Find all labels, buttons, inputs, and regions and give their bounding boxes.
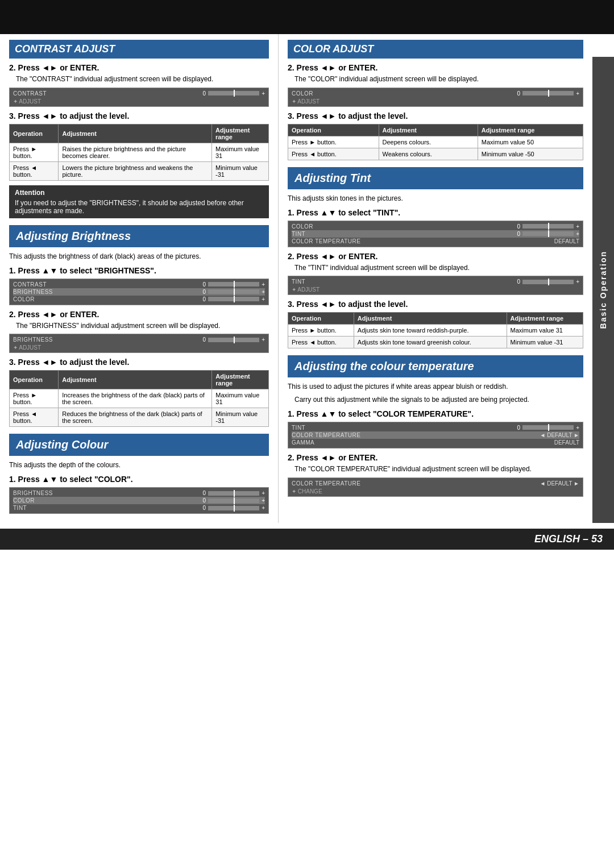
screen-row-contrast: CONTRAST 0 + [13,281,265,288]
brightness-single-screen: BRIGHTNESS 0 + ✦ ADJUST [9,334,269,353]
brightness-step3-heading: 3. Press ◄► to adjust the level. [9,358,269,367]
screen-row-gamma: GAMMA DEFAULT [292,439,579,446]
tint-step1-heading: 1. Press ▲▼ to select "TINT". [288,208,583,217]
table-row: Press ► button. Adjusts skin tone toward… [288,325,583,337]
contrast-step3-heading: 3. Press ◄► to adjust the level. [9,111,269,121]
right-column: COLOR ADJUST 2. Press ◄► or ENTER. The "… [279,34,592,523]
colour-desc: This adjusts the depth of the colours. [9,460,269,470]
attention-box: Attention If you need to adjust the "BRI… [9,185,269,218]
tint-step3-heading: 3. Press ◄► to adjust the level. [288,300,583,309]
brightness-step1-heading: 1. Press ▲▼ to select "BRIGHTNESS". [9,266,269,275]
screen-row-colortemp: COLOR TEMPERATURE DEFAULT [292,238,579,245]
colortemp-desc2: Carry out this adjustment while the sign… [294,395,583,405]
color-step2-heading: 2. Press ◄► or ENTER. [288,63,583,72]
tint-section-header: Adjusting Tint [288,167,583,189]
table-row: Press ► button. Deepens colours. Maximum… [288,136,583,148]
brightness-select-screen: CONTRAST 0 + BRIGHTNESS 0 + COLOR 0 [9,279,269,305]
tint-desc: This adjusts skin tones in the pictures. [288,194,583,203]
table-row: Press ◄ button. Lowers the picture brigh… [10,161,269,180]
screen-row-tint-highlight: TINT 0 + [292,230,579,238]
colortemp-select-screen: TINT 0 + COLOR TEMPERATURE ◄ DEFAULT ► G… [288,422,583,448]
contrast-screen-label: CONTRAST [13,90,47,97]
screen-row-brightness2: BRIGHTNESS 0 + [13,489,265,497]
tint-step2-heading: 2. Press ◄► or ENTER. [288,252,583,261]
screen-row-color: COLOR 0 + [13,296,265,303]
table-row: Press ◄ button. Weakens colours. Minimum… [288,148,583,160]
side-label-container: Basic Operation [592,57,614,523]
right-wrapper: COLOR ADJUST 2. Press ◄► or ENTER. The "… [279,34,614,523]
side-label-text: Basic Operation [599,251,608,329]
left-column: CONTRAST ADJUST 2. Press ◄► or ENTER. Th… [0,34,279,523]
brightness-step2-bullet: The "BRIGHTNESS" individual adjustment s… [16,321,269,331]
contrast-step2-heading: 2. Press ◄► or ENTER. [9,63,269,72]
brightness-section-header: Adjusting Brightness [9,225,269,247]
brightness-step2-heading: 2. Press ◄► or ENTER. [9,310,269,319]
colortemp-step2-bullet: The "COLOR TEMPERATURE" individual adjus… [294,464,583,474]
tint-step2-bullet: The "TINT" individual adjustment screen … [294,263,583,273]
page-number: ENGLISH – 53 [534,533,603,545]
brightness-table: Operation Adjustment Adjustment range Pr… [9,370,269,427]
screen-row-tint3: TINT 0 + [292,424,579,431]
colortemp-step2-heading: 2. Press ◄► or ENTER. [288,453,583,462]
brightness-adjust-label: ✦ ADJUST [13,344,265,351]
col-adjustment: Adjustment [59,124,211,143]
screen-row-color-highlight: COLOR 0 + [13,497,265,504]
colour-step1-heading: 1. Press ▲▼ to select "COLOR". [9,475,269,484]
screen-row-color2: COLOR 0 + [292,223,579,230]
table-row: Press ► button. Raises the picture brigh… [10,143,269,161]
screen-row-tint2: TINT 0 + [13,504,265,512]
colour-section-header: Adjusting Colour [9,434,269,456]
contrast-table: Operation Adjustment Adjustment range Pr… [9,124,269,181]
table-row: Press ► button. Increases the brightness… [10,389,269,408]
colortemp-step1-heading: 1. Press ▲▼ to select "COLOR TEMPERATURE… [288,409,583,418]
brightness-desc: This adjusts the brightness of dark (bla… [9,252,269,261]
attention-text: If you need to adjust the "BRIGHTNESS", … [15,199,263,215]
tint-table: Operation Adjustment Adjustment range Pr… [288,312,583,348]
table-row: Press ◄ button. Adjusts skin tone toward… [288,337,583,348]
tint-select-screen: COLOR 0 + TINT 0 + COLOR T [288,221,583,247]
tint-single-screen: TINT 0 + ✦ ADJUST [288,276,583,295]
col-operation: Operation [10,124,59,143]
attention-title: Attention [15,189,263,197]
header-bar [0,0,614,34]
color-screen: COLOR 0 + ✦ ADJUST [288,88,583,107]
table-row: Press ◄ button. Reduces the brightness o… [10,408,269,427]
main-content: CONTRAST ADJUST 2. Press ◄► or ENTER. Th… [0,34,614,523]
color-step3-heading: 3. Press ◄► to adjust the level. [288,111,583,121]
colour-select-screen: BRIGHTNESS 0 + COLOR 0 + TINT 0 [9,487,269,514]
colortemp-section-header: Adjusting the colour temperature [288,355,583,377]
screen-row-colortemp-highlight: COLOR TEMPERATURE ◄ DEFAULT ► [292,431,579,439]
col-range: Adjustment range [211,124,268,143]
contrast-adjust-label: ✦ ADJUST [13,98,265,105]
contrast-step2-bullet: The "CONTRAST" individual adjustment scr… [16,74,269,84]
color-step2-bullet: The "COLOR" individual adjustment screen… [294,74,583,84]
contrast-screen: CONTRAST 0 + ✦ ADJUST [9,88,269,107]
color-adjust-title: COLOR ADJUST [288,40,583,59]
contrast-adjust-title: CONTRAST ADJUST [9,40,269,59]
screen-row-brightness-highlight: BRIGHTNESS 0 + [13,288,265,296]
colortemp-single-screen: COLOR TEMPERATURE ◄ DEFAULT ► ✦ CHANGE [288,477,583,497]
colortemp-desc1: This is used to adjust the pictures if w… [288,382,583,392]
color-table: Operation Adjustment Adjustment range Pr… [288,124,583,160]
contrast-screen-bar: 0 + [203,90,265,97]
page-footer: ENGLISH – 53 [0,529,614,550]
contrast-bar-track [208,91,259,95]
